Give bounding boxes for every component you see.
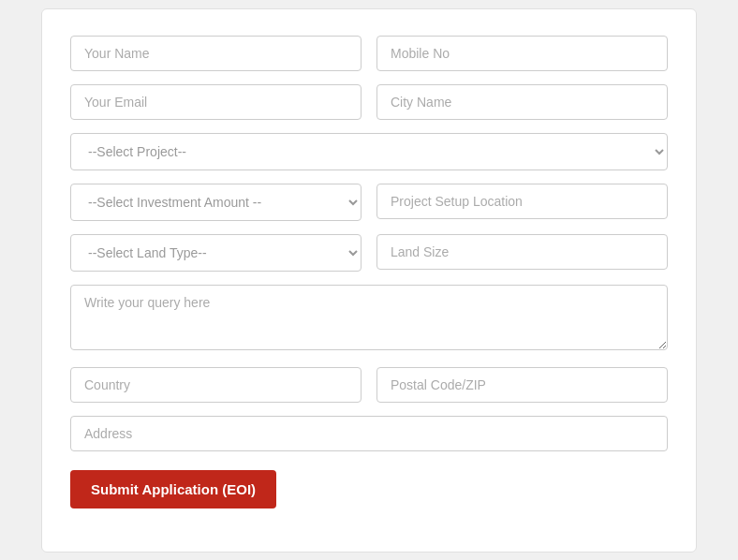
col-country xyxy=(70,367,362,403)
row-submit: Submit Application (EOI) xyxy=(70,464,668,508)
address-input[interactable] xyxy=(70,416,668,451)
row-country-postal xyxy=(70,367,668,403)
row-query xyxy=(70,285,668,354)
col-select-investment: --Select Investment Amount -- xyxy=(70,184,362,221)
col-land-size xyxy=(376,234,668,272)
row-name-mobile xyxy=(70,36,668,71)
country-input[interactable] xyxy=(70,367,362,403)
city-name-input[interactable] xyxy=(376,84,668,120)
col-your-email xyxy=(70,84,362,120)
col-select-land-type: --Select Land Type-- xyxy=(70,234,362,272)
your-email-input[interactable] xyxy=(70,84,362,120)
land-size-input[interactable] xyxy=(376,234,668,270)
row-select-project: --Select Project-- xyxy=(70,133,668,170)
submit-button[interactable]: Submit Application (EOI) xyxy=(70,470,276,508)
query-textarea[interactable] xyxy=(70,285,668,350)
select-land-type-dropdown[interactable]: --Select Land Type-- xyxy=(70,234,362,272)
mobile-no-input[interactable] xyxy=(376,36,668,71)
select-investment-dropdown[interactable]: --Select Investment Amount -- xyxy=(70,184,362,221)
col-postal-code xyxy=(376,367,668,403)
col-city-name xyxy=(376,84,668,120)
col-project-setup-location xyxy=(376,184,668,221)
your-name-input[interactable] xyxy=(70,36,362,71)
col-mobile-no xyxy=(376,36,668,71)
select-project-dropdown[interactable]: --Select Project-- xyxy=(70,133,668,170)
row-investment-location: --Select Investment Amount -- xyxy=(70,184,668,221)
col-your-name xyxy=(70,36,362,71)
postal-code-input[interactable] xyxy=(376,367,668,403)
row-address xyxy=(70,416,668,451)
form-container: --Select Project-- --Select Investment A… xyxy=(41,8,697,553)
col-query xyxy=(70,285,668,354)
row-email-city xyxy=(70,84,668,120)
col-address xyxy=(70,416,668,451)
project-setup-location-input[interactable] xyxy=(376,184,668,219)
col-select-project: --Select Project-- xyxy=(70,133,668,170)
row-land-type-size: --Select Land Type-- xyxy=(70,234,668,272)
